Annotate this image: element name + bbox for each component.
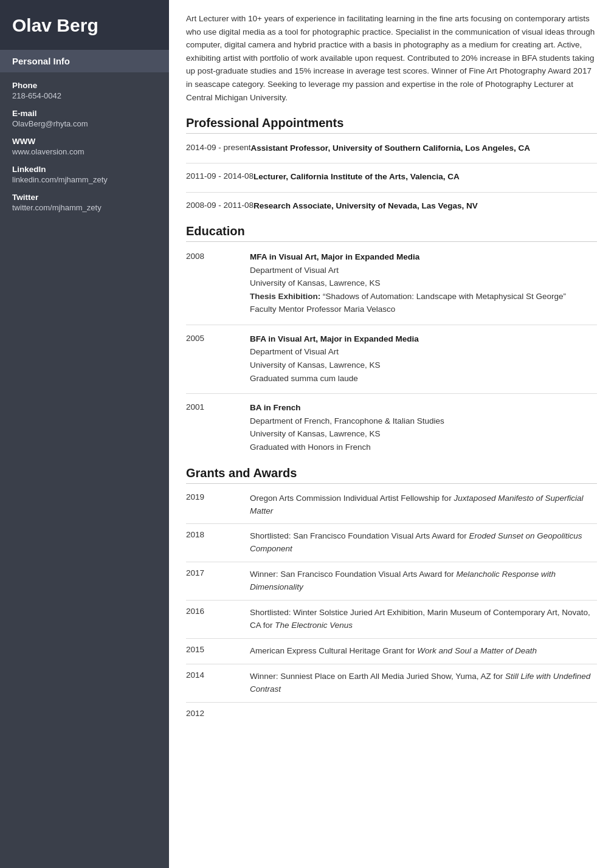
sidebar: Olav Berg Personal Info Phone218-654-004… xyxy=(0,0,169,868)
sidebar-field-label: WWW xyxy=(12,137,157,146)
edu-univ: University of Kansas, Lawrence, KS xyxy=(250,427,597,441)
education-section: Education 2008MFA in Visual Art, Major i… xyxy=(186,224,597,454)
education-title: Education xyxy=(186,224,597,242)
appointment-row: 2014-09 - presentAssistant Professor, Un… xyxy=(186,142,597,154)
grant-date: 2016 xyxy=(186,607,250,616)
edu-univ: University of Kansas, Lawrence, KS xyxy=(250,277,597,290)
grant-italic: Juxtaposed Manifesto of Superficial Matt… xyxy=(250,494,584,515)
edu-extra: Graduated summa cum laude xyxy=(250,372,597,385)
grant-row: 2016Shortlisted: Winter Solstice Juried … xyxy=(186,607,597,632)
education-detail: BFA in Visual Art, Major in Expanded Med… xyxy=(250,332,597,385)
appointment-detail: Assistant Professor, University of South… xyxy=(251,142,597,154)
sidebar-field-label: E-mail xyxy=(12,109,157,118)
grant-detail: Shortlisted: San Francisco Foundation Vi… xyxy=(250,530,597,556)
education-date: 2005 xyxy=(186,332,250,343)
sidebar-field-value: 218-654-0042 xyxy=(12,91,157,100)
edu-univ: University of Kansas, Lawrence, KS xyxy=(250,359,597,372)
appointment-row: 2011-09 - 2014-08Lecturer, California In… xyxy=(186,171,597,183)
grant-date: 2017 xyxy=(186,568,250,577)
grants-awards-section: Grants and Awards 2019Oregon Arts Commis… xyxy=(186,466,597,718)
appointment-row: 2008-09 - 2011-08Research Associate, Uni… xyxy=(186,200,597,212)
grants-list: 2019Oregon Arts Commission Individual Ar… xyxy=(186,492,597,718)
sidebar-field-value: www.olaversion.com xyxy=(12,147,157,156)
grant-date: 2019 xyxy=(186,492,250,501)
sidebar-field: WWWwww.olaversion.com xyxy=(12,137,157,156)
appointment-date: 2011-09 - 2014-08 xyxy=(186,171,254,181)
grants-awards-title: Grants and Awards xyxy=(186,466,597,484)
grant-row: 2017Winner: San Francisco Foundation Vis… xyxy=(186,568,597,594)
appointment-date: 2008-09 - 2011-08 xyxy=(186,200,254,210)
grant-detail: Winner: San Francisco Foundation Visual … xyxy=(250,568,597,594)
grant-date: 2014 xyxy=(186,670,250,680)
grant-row: 2014Winner: Sunniest Place on Earth All … xyxy=(186,670,597,696)
grant-detail: Winner: Sunniest Place on Earth All Medi… xyxy=(250,670,597,696)
education-detail: BA in FrenchDepartment of French, Franco… xyxy=(250,401,597,453)
edu-dept: Department of Visual Art xyxy=(250,264,597,277)
edu-thesis: Thesis Exhibition: “Shadows of Automatio… xyxy=(250,290,597,303)
sidebar-field: Twittertwitter.com/mjhamm_zety xyxy=(12,193,157,212)
summary: Art Lecturer with 10+ years of experienc… xyxy=(186,12,597,104)
grant-row: 2018Shortlisted: San Francisco Foundatio… xyxy=(186,530,597,556)
education-row: 2005BFA in Visual Art, Major in Expanded… xyxy=(186,332,597,385)
edu-degree: BA in French xyxy=(250,401,597,415)
education-date: 2001 xyxy=(186,401,250,412)
grant-detail: Shortlisted: Winter Solstice Juried Art … xyxy=(250,607,597,632)
grant-italic: Eroded Sunset on Geopoliticus Component xyxy=(250,531,582,553)
sidebar-field-value: linkedin.com/mjhamm_zety xyxy=(12,175,157,184)
appointment-detail: Research Associate, University of Nevada… xyxy=(254,200,597,212)
sidebar-field-value: OlavBerg@rhyta.com xyxy=(12,119,157,128)
education-row: 2008MFA in Visual Art, Major in Expanded… xyxy=(186,250,597,316)
sidebar-field: E-mailOlavBerg@rhyta.com xyxy=(12,109,157,128)
grant-row: 2012 xyxy=(186,709,597,718)
education-detail: MFA in Visual Art, Major in Expanded Med… xyxy=(250,250,597,316)
appointment-detail: Lecturer, California Institute of the Ar… xyxy=(254,171,597,183)
personal-info-heading: Personal Info xyxy=(0,50,169,72)
education-row: 2001BA in FrenchDepartment of French, Fr… xyxy=(186,401,597,453)
education-date: 2008 xyxy=(186,250,250,261)
professional-appointments-title: Professional Appointments xyxy=(186,116,597,134)
grant-row: 2015American Express Cultural Heritage G… xyxy=(186,645,597,658)
sidebar-field-label: Twitter xyxy=(12,193,157,202)
sidebar-field-value: twitter.com/mjhamm_zety xyxy=(12,203,157,212)
sidebar-personal-info: Phone218-654-0042E-mailOlavBerg@rhyta.co… xyxy=(0,72,169,212)
sidebar-field-label: Phone xyxy=(12,81,157,90)
professional-appointments-section: Professional Appointments 2014-09 - pres… xyxy=(186,116,597,212)
edu-dept: Department of French, Francophone & Ital… xyxy=(250,415,597,428)
edu-extra: Graduated with Honors in French xyxy=(250,441,597,454)
edu-extra: Faculty Mentor Professor Maria Velasco xyxy=(250,303,597,316)
appointments-list: 2014-09 - presentAssistant Professor, Un… xyxy=(186,142,597,212)
appointment-date: 2014-09 - present xyxy=(186,142,251,152)
main-content: Art Lecturer with 10+ years of experienc… xyxy=(169,0,614,868)
grant-date: 2015 xyxy=(186,645,250,654)
grant-italic: The Electronic Venus xyxy=(275,621,353,630)
grant-row: 2019Oregon Arts Commission Individual Ar… xyxy=(186,492,597,518)
grant-italic: Melancholic Response with Dimensionality xyxy=(250,570,556,591)
sidebar-name-block: Olav Berg xyxy=(0,0,169,50)
grant-date: 2018 xyxy=(186,530,250,539)
edu-degree: MFA in Visual Art, Major in Expanded Med… xyxy=(250,250,597,264)
grant-date: 2012 xyxy=(186,709,250,718)
grant-italic: Still Life with Undefined Contrast xyxy=(250,672,590,694)
edu-degree: BFA in Visual Art, Major in Expanded Med… xyxy=(250,332,597,346)
grant-italic: Work and Soul a Matter of Death xyxy=(417,646,537,655)
education-list: 2008MFA in Visual Art, Major in Expanded… xyxy=(186,250,597,454)
sidebar-field: LinkedInlinkedin.com/mjhamm_zety xyxy=(12,165,157,184)
sidebar-field-label: LinkedIn xyxy=(12,165,157,174)
grant-detail: Oregon Arts Commission Individual Artist… xyxy=(250,492,597,518)
edu-dept: Department of Visual Art xyxy=(250,345,597,359)
full-name: Olav Berg xyxy=(12,15,157,36)
sidebar-field: Phone218-654-0042 xyxy=(12,81,157,100)
grant-detail: American Express Cultural Heritage Grant… xyxy=(250,645,597,658)
